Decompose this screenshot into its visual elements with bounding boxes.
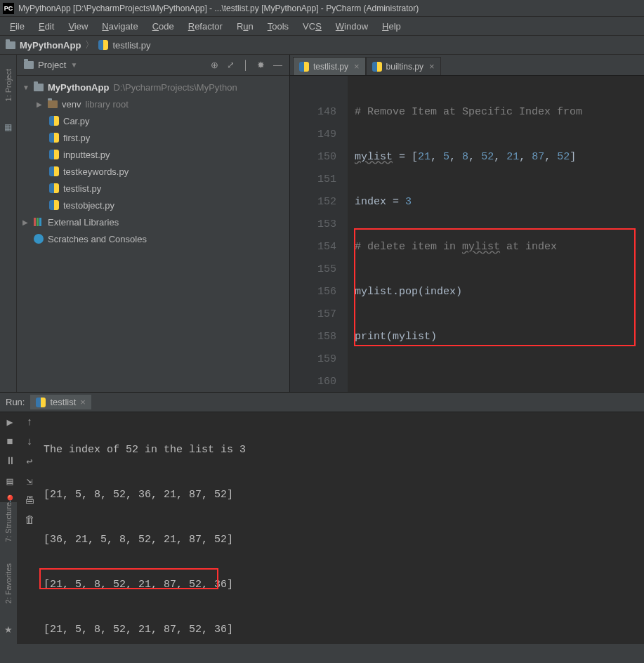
tool-window-project[interactable]: 1: Project — [4, 69, 13, 101]
tree-venv[interactable]: ▶ venv library root — [17, 96, 289, 112]
tree-item-label: testkeywords.py — [63, 166, 129, 177]
code-content[interactable]: # Remove Item at Specific Index from myl… — [348, 76, 644, 392]
run-tab[interactable]: testlist × — [30, 395, 91, 409]
rail-folder-icon: ▦ — [4, 122, 12, 132]
run-label: Run: — [6, 397, 25, 407]
python-icon — [49, 133, 59, 143]
menu-window[interactable]: Window — [330, 20, 374, 33]
output-line: [21, 5, 8, 52, 21, 87, 52, 36] — [44, 619, 644, 641]
tree-item-label: first.py — [63, 133, 90, 143]
gutter: 148149150151152153154155156157158159160 — [290, 76, 348, 392]
menu-run[interactable]: Run — [231, 20, 259, 33]
run-tab-label: testlist — [50, 397, 76, 407]
tree-item-label: Scratches and Consoles — [48, 234, 147, 244]
locate-icon[interactable]: ⊕ — [211, 60, 218, 70]
tree-root[interactable]: ▼ MyPythonApp D:\PycharmProjects\MyPytho… — [17, 79, 289, 96]
layout-icon[interactable]: ▤ — [4, 475, 15, 487]
tree-external-libs[interactable]: ▶ External Libraries — [17, 214, 289, 230]
chevron-right-icon[interactable]: ▶ — [22, 218, 29, 226]
python-icon — [98, 40, 108, 50]
close-icon[interactable]: × — [80, 397, 86, 407]
project-panel-title: Project — [38, 60, 66, 70]
folder-icon — [24, 61, 34, 69]
menu-vcs[interactable]: VCS — [297, 20, 327, 33]
tree-root-path: D:\PycharmProjects\MyPython — [113, 82, 237, 93]
pause-icon[interactable]: ⏸ — [4, 456, 15, 467]
dropdown-icon[interactable]: ▼ — [70, 61, 77, 69]
stop-icon[interactable]: ■ — [4, 436, 15, 447]
python-icon — [49, 116, 59, 126]
tree-item-label: inputtest.py — [63, 150, 110, 160]
code-area[interactable]: 148149150151152153154155156157158159160 … — [290, 76, 644, 392]
tree-file[interactable]: testkeywords.py — [17, 163, 289, 180]
menu-file[interactable]: File — [4, 20, 30, 33]
editor: testlist.py × builtins.py × 148149150151… — [289, 55, 644, 392]
run-output[interactable]: The index of 52 in the list is 3 [21, 5,… — [39, 412, 644, 644]
editor-tab-builtins[interactable]: builtins.py × — [366, 57, 441, 75]
tree-item-label: Car.py — [63, 116, 90, 126]
menu-tools[interactable]: Tools — [262, 20, 294, 33]
menu-refactor[interactable]: Refactor — [183, 20, 228, 33]
project-panel: Project ▼ ⊕ ⤢ │ ✸ — ▼ MyPythonApp D:\Pyc… — [17, 55, 289, 392]
wrap-icon[interactable]: ↩ — [24, 456, 35, 467]
breadcrumb-file[interactable]: testlist.py — [112, 40, 150, 51]
menu-view[interactable]: View — [63, 20, 93, 33]
main-area: 1: Project ▦ Project ▼ ⊕ ⤢ │ ✸ — ▼ MyPyt… — [0, 55, 644, 392]
editor-tab-testlist[interactable]: testlist.py × — [293, 57, 366, 75]
chevron-icon: 〉 — [85, 39, 94, 51]
close-icon[interactable]: × — [353, 61, 360, 72]
tree-file[interactable]: Car.py — [17, 112, 289, 129]
tree-item-label: testlist.py — [63, 183, 101, 194]
menu-code[interactable]: Code — [147, 20, 180, 33]
scroll-icon[interactable]: ⇲ — [24, 475, 35, 487]
library-icon — [34, 218, 44, 226]
menubar: File Edit View Navigate Code Refactor Ru… — [0, 17, 644, 35]
folder-icon — [34, 84, 44, 91]
run-panel-header: Run: testlist × — [0, 393, 644, 412]
tree-file[interactable]: testlist.py — [17, 180, 289, 197]
python-icon — [49, 150, 59, 159]
app-icon: PC — [3, 3, 14, 14]
editor-tab-label: builtins.py — [386, 62, 423, 72]
tree-scratches[interactable]: Scratches and Consoles — [17, 230, 289, 247]
tree-file[interactable]: first.py — [17, 129, 289, 146]
python-icon — [36, 398, 46, 407]
tree-item-label: venv — [62, 99, 81, 110]
settings-icon[interactable]: ✸ — [257, 60, 265, 70]
menu-navigate[interactable]: Navigate — [96, 20, 143, 33]
up-icon[interactable]: ↑ — [24, 416, 35, 428]
hide-icon[interactable]: — — [273, 60, 282, 70]
python-icon — [49, 183, 59, 193]
output-line: [21, 5, 8, 52, 36, 21, 87, 52] — [44, 484, 644, 506]
code-line: # Remove Item at Specific Index from — [355, 106, 582, 118]
menu-edit[interactable]: Edit — [33, 20, 60, 33]
collapse-icon[interactable]: │ — [243, 60, 249, 70]
tool-window-structure[interactable]: 7: Structure — [4, 502, 13, 542]
python-icon — [49, 200, 59, 210]
folder-icon — [48, 100, 58, 108]
project-panel-header: Project ▼ ⊕ ⤢ │ ✸ — — [17, 55, 289, 76]
run-body: ▶ ■ ⏸ ▤ 📍 ↑ ↓ ↩ ⇲ 🖶 🗑 The index of 52 in… — [0, 412, 644, 644]
chevron-down-icon[interactable]: ▼ — [22, 84, 29, 91]
tool-window-favorites[interactable]: 2: Favorites — [4, 563, 13, 603]
scratches-icon — [34, 234, 44, 244]
star-icon[interactable]: ★ — [4, 624, 13, 635]
run-icon[interactable]: ▶ — [4, 416, 15, 428]
editor-tab-label: testlist.py — [313, 62, 348, 72]
chevron-right-icon[interactable]: ▶ — [37, 100, 44, 108]
print-icon[interactable]: 🖶 — [24, 495, 35, 506]
menu-help[interactable]: Help — [376, 20, 407, 33]
tree-file[interactable]: inputtest.py — [17, 146, 289, 163]
close-icon[interactable]: × — [428, 61, 435, 72]
run-panel: Run: testlist × ▶ ■ ⏸ ▤ 📍 ↑ ↓ ↩ ⇲ 🖶 🗑 — [0, 392, 644, 644]
breadcrumb: MyPythonApp 〉 testlist.py — [0, 35, 644, 55]
expand-icon[interactable]: ⤢ — [227, 60, 235, 70]
left-rail: 1: Project ▦ — [0, 55, 17, 392]
down-icon[interactable]: ↓ — [24, 436, 35, 447]
breadcrumb-root[interactable]: MyPythonApp — [20, 40, 81, 51]
trash-icon[interactable]: 🗑 — [24, 515, 35, 526]
tree-file[interactable]: testobject.py — [17, 197, 289, 214]
project-tree[interactable]: ▼ MyPythonApp D:\PycharmProjects\MyPytho… — [17, 76, 289, 250]
python-icon — [372, 62, 382, 72]
tree-root-label: MyPythonApp — [48, 82, 109, 93]
